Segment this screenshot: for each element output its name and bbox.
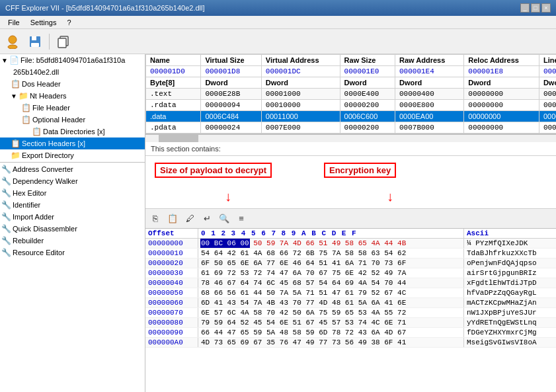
content-area: Name Virtual Size Virtual Address Raw Si… — [145, 54, 556, 392]
table-row[interactable]: .data0006C484000110000006C6000000EA00000… — [146, 111, 557, 122]
file-menu[interactable]: File — [3, 17, 25, 28]
help-menu[interactable]: ? — [61, 17, 76, 28]
select-hex-button[interactable]: 🖊 — [182, 212, 197, 226]
section-table-container: Name Virtual Size Virtual Address Raw Si… — [145, 54, 556, 134]
section-info: This section contains: — [145, 142, 556, 156]
svg-rect-4 — [31, 43, 39, 47]
table-row[interactable]: .rdata0000009400010000000002000000E80000… — [146, 100, 557, 111]
sidebar-item-identifier[interactable]: 🔧 Identifier — [0, 199, 145, 211]
title-bar: CFF Explorer VII - [b5dfd814094701a6a1f3… — [0, 0, 556, 16]
hex-row[interactable]: 0000003061 69 72 53 72 74 47 6A 70 67 75… — [145, 268, 556, 278]
identifier-icon: 🔧 — [1, 200, 11, 210]
main-layout: ▼ 📄 File: b5dfd814094701a6a1f310a 265b14… — [0, 54, 556, 392]
hex-row[interactable]: 000000606D 41 43 54 7A 4B 43 70 77 4D 48… — [145, 298, 556, 308]
rebuilder-icon: 🔧 — [1, 236, 11, 245]
hex-editor-toolbar: ⎘ 📋 🖊 ↵ 🔍 ≡ — [145, 209, 556, 229]
table-row[interactable]: .text0000E28B000010000000E40000000400000… — [146, 89, 557, 100]
sidebar-item-file[interactable]: ▼ 📄 File: b5dfd814094701a6a1f310a — [0, 54, 145, 66]
sidebar-item-file2[interactable]: 265b140e2.dll — [0, 66, 145, 78]
menu-bar: File Settings ? — [0, 16, 556, 29]
quick-disasm-icon: 🔧 — [1, 224, 11, 233]
hex-editor-header: Offset 0 1 2 3 4 5 6 7 8 9 A B C D E F A… — [145, 229, 556, 239]
encryption-arrow: ↓ — [387, 189, 393, 204]
sidebar-item-quick-disassembler[interactable]: 🔧 Quick Disassembler — [0, 223, 145, 235]
table-row[interactable]: 000001D0000001D8000001DC000001E0000001E4… — [146, 66, 557, 77]
table-hex-button[interactable]: ≡ — [234, 212, 249, 226]
hex-row[interactable]: 0000008079 59 64 52 45 54 6E 51 67 45 57… — [145, 318, 556, 328]
svg-point-0 — [9, 36, 17, 44]
svg-rect-6 — [58, 38, 66, 48]
size-annotation-box: Size of payload to decrypt — [155, 163, 272, 178]
col-raw-address: Raw Address — [395, 55, 464, 66]
close-button[interactable]: × — [541, 3, 551, 13]
bytes-header: 0 1 2 3 4 5 6 7 8 9 A B C D E F — [198, 229, 463, 238]
resource-editor-icon: 🔧 — [1, 248, 11, 257]
file-header-icon: 📋 — [21, 103, 31, 112]
data-dir-icon: 📋 — [32, 127, 42, 136]
ascii-header: Ascii — [463, 229, 556, 238]
save-button[interactable] — [25, 32, 45, 52]
hex-row[interactable]: 000000A04D 73 65 69 67 35 76 47 49 77 73… — [145, 338, 556, 348]
goto-hex-button[interactable]: ↵ — [200, 212, 214, 226]
section-headers-icon: 📋 — [11, 139, 20, 148]
maximize-button[interactable]: □ — [531, 3, 540, 13]
home-button[interactable] — [3, 32, 22, 52]
hex-row[interactable]: 0000005068 66 56 61 44 50 7A 5A 71 51 47… — [145, 288, 556, 298]
svg-point-1 — [8, 45, 17, 49]
hex-rows: 0000000000 BC 06 00 50 59 7A 4D 66 51 49… — [145, 239, 556, 348]
dos-header-icon: 📋 — [11, 79, 20, 89]
sidebar-item-resource-editor[interactable]: 🔧 Resource Editor — [0, 247, 145, 258]
sidebar-item-dos-header[interactable]: 📋 Dos Header — [0, 78, 145, 90]
search-hex-button[interactable]: 🔍 — [217, 212, 231, 226]
hex-row[interactable]: 0000001054 64 42 61 4A 68 66 72 6B 75 7A… — [145, 249, 556, 258]
copy-button[interactable] — [54, 32, 73, 52]
sidebar-item-section-headers[interactable]: 📋 Section Headers [x] — [0, 137, 145, 149]
optional-header-icon: 📋 — [21, 115, 31, 124]
horizontal-scrollbar[interactable] — [145, 134, 556, 142]
minimize-button[interactable]: _ — [520, 3, 530, 13]
hex-row[interactable]: 000000706E 57 6C 4A 58 70 42 50 6A 75 59… — [145, 308, 556, 318]
sidebar: ▼ 📄 File: b5dfd814094701a6a1f310a 265b14… — [0, 54, 145, 392]
sidebar-item-export-directory[interactable]: 📁 Export Directory — [0, 149, 145, 161]
sidebar-item-rebuilder[interactable]: 🔧 Rebuilder — [0, 235, 145, 247]
sidebar-item-optional-header[interactable]: 📋 Optional Header — [0, 114, 145, 126]
sidebar-item-nt-headers[interactable]: ▼ 📁 Nt Headers — [0, 90, 145, 102]
dependency-walker-icon: 🔧 — [1, 176, 11, 186]
toolbar — [0, 29, 556, 54]
hex-row[interactable]: 0000000000 BC 06 00 50 59 7A 4D 66 51 49… — [145, 239, 556, 249]
import-adder-icon: 🔧 — [1, 212, 11, 221]
encryption-annotation-box: Encryption key — [324, 163, 396, 178]
paste-hex-button[interactable]: 📋 — [165, 212, 180, 226]
col-reloc-address: Reloc Address — [464, 55, 539, 66]
section-headers-table: Name Virtual Size Virtual Address Raw Si… — [145, 54, 556, 134]
export-dir-icon: 📁 — [11, 151, 20, 160]
col-virtual-address: Virtual Address — [261, 55, 340, 66]
hex-editor[interactable]: Offset 0 1 2 3 4 5 6 7 8 9 A B C D E F A… — [145, 229, 556, 392]
table-row[interactable]: Byte[8]DwordDwordDwordDwordDwordDword — [146, 77, 557, 89]
hex-row[interactable]: 0000004078 46 67 64 74 6C 45 68 57 54 64… — [145, 278, 556, 288]
settings-menu[interactable]: Settings — [25, 17, 62, 28]
file-icon: 📄 — [9, 56, 19, 65]
hex-row[interactable]: 000000206F 50 65 6E 6A 77 6E 46 64 51 41… — [145, 258, 556, 268]
col-virtual-size: Virtual Size — [201, 55, 261, 66]
size-arrow: ↓ — [225, 189, 231, 204]
table-row[interactable]: .pdata000000240007E000000002000007B00000… — [146, 122, 557, 134]
sidebar-item-file-header[interactable]: 📋 File Header — [0, 102, 145, 114]
hex-row[interactable]: 0000009066 44 47 65 59 5A 48 58 59 6D 78… — [145, 328, 556, 338]
address-converter-icon: 🔧 — [1, 165, 11, 174]
sidebar-item-hex-editor[interactable]: 🔧 Hex Editor — [0, 187, 145, 199]
copy-hex-button[interactable]: ⎘ — [148, 212, 163, 226]
toolbar-separator — [49, 34, 50, 50]
col-linenumbers: Linenumbers — [539, 55, 556, 66]
sidebar-item-address-converter[interactable]: 🔧 Address Converter — [0, 163, 145, 175]
sidebar-item-data-directories[interactable]: 📋 Data Directories [x] — [0, 126, 145, 137]
col-name: Name — [146, 55, 201, 66]
app-title: CFF Explorer VII - [b5dfd814094701a6a1f3… — [5, 4, 205, 12]
sidebar-item-import-adder[interactable]: 🔧 Import Adder — [0, 211, 145, 223]
svg-rect-3 — [32, 36, 36, 40]
window-controls: _ □ × — [520, 3, 551, 13]
sidebar-item-dependency-walker[interactable]: 🔧 Dependency Walker — [0, 175, 145, 187]
col-raw-size: Raw Size — [340, 55, 395, 66]
section-info-text: This section contains: — [151, 145, 221, 153]
offset-header: Offset — [145, 229, 198, 238]
